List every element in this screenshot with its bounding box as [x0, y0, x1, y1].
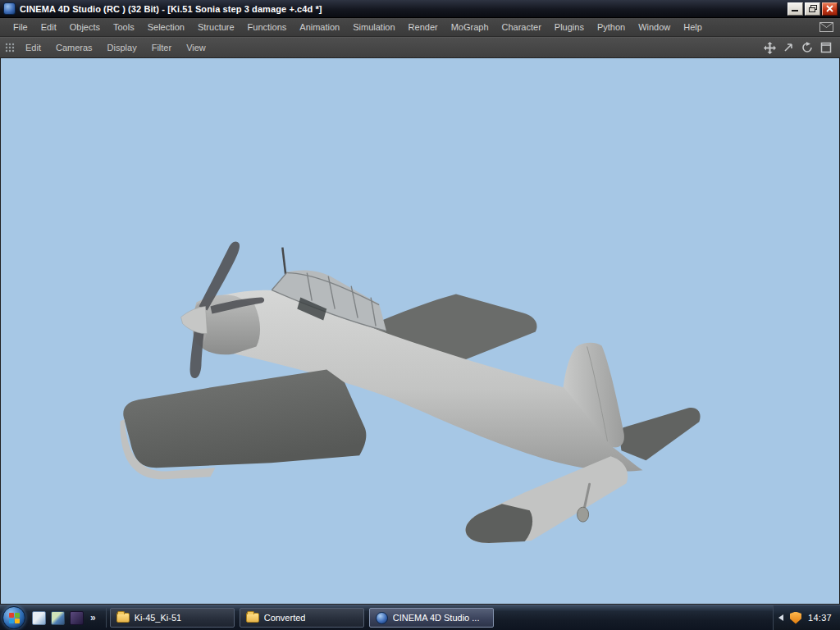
quick-launch-overflow[interactable]: »	[89, 612, 98, 623]
menu-item-tools[interactable]: Tools	[107, 18, 141, 36]
menu-item-window[interactable]: Window	[632, 18, 677, 36]
menu-item-simulation[interactable]: Simulation	[346, 18, 401, 36]
taskbar: » Ki-45_Ki-51 Converted CINEMA 4D Studio…	[0, 605, 840, 630]
menubar: File Edit Objects Tools Selection Struct…	[0, 18, 840, 37]
vp-menu-cameras[interactable]: Cameras	[48, 38, 100, 57]
layout-icon[interactable]	[819, 22, 833, 32]
airplane-model	[1, 58, 839, 604]
zoom-icon[interactable]	[782, 41, 795, 54]
taskbar-button-cinema4d[interactable]: CINEMA 4D Studio ...	[369, 608, 494, 628]
menu-item-plugins[interactable]: Plugins	[548, 18, 591, 36]
quick-launch: »	[30, 611, 103, 625]
security-tray-icon[interactable]	[790, 612, 801, 624]
minimize-icon	[792, 5, 799, 12]
windows-logo-icon	[9, 613, 20, 623]
task-label: CINEMA 4D Studio ...	[393, 613, 480, 623]
clock: 14:37	[808, 613, 832, 623]
menu-item-mograph[interactable]: MoGraph	[445, 18, 495, 36]
minimize-button[interactable]	[788, 2, 803, 16]
task-buttons: Ki-45_Ki-51 Converted CINEMA 4D Studio .…	[110, 608, 494, 628]
menu-item-selection[interactable]: Selection	[141, 18, 191, 36]
titlebar[interactable]: CINEMA 4D Studio (RC ) (32 Bit) - [Ki.51…	[0, 0, 840, 18]
menu-item-render[interactable]: Render	[402, 18, 445, 36]
task-label: Converted	[264, 613, 306, 623]
menu-item-file[interactable]: File	[7, 18, 34, 36]
rotate-icon[interactable]	[801, 41, 814, 54]
menu-item-edit[interactable]: Edit	[34, 18, 63, 36]
quick-launch-icon-1[interactable]	[32, 611, 46, 625]
restore-icon	[809, 5, 817, 12]
vp-menu-filter[interactable]: Filter	[144, 38, 179, 57]
quick-launch-icon-2[interactable]	[51, 611, 65, 625]
app-icon	[3, 2, 16, 15]
menu-item-character[interactable]: Character	[495, 18, 548, 36]
restore-button[interactable]	[805, 2, 820, 16]
grip-icon[interactable]	[5, 43, 15, 52]
vp-menu-edit[interactable]: Edit	[18, 38, 48, 57]
maximize-viewport-icon[interactable]	[819, 41, 833, 54]
cinema4d-window: CINEMA 4D Studio (RC ) (32 Bit) - [Ki.51…	[0, 0, 840, 605]
viewport-toolbar: Edit Cameras Display Filter View	[0, 37, 840, 58]
menu-item-animation[interactable]: Animation	[293, 18, 346, 36]
pan-icon[interactable]	[763, 41, 776, 54]
screen: CINEMA 4D Studio (RC ) (32 Bit) - [Ki.51…	[0, 0, 840, 630]
close-icon	[826, 5, 833, 12]
system-tray: 14:37	[773, 605, 840, 630]
menu-item-objects[interactable]: Objects	[63, 18, 107, 36]
menu-item-structure[interactable]: Structure	[191, 18, 241, 36]
taskbar-separator	[106, 608, 107, 628]
viewport[interactable]	[0, 58, 840, 605]
window-controls	[788, 2, 838, 16]
viewport-nav-tools	[763, 41, 835, 54]
menu-item-python[interactable]: Python	[591, 18, 632, 36]
vp-menu-view[interactable]: View	[179, 38, 213, 57]
show-hidden-icons-arrow[interactable]	[778, 614, 783, 621]
menu-item-functions[interactable]: Functions	[241, 18, 294, 36]
c4d-icon	[376, 612, 388, 624]
taskbar-button-ki45-ki51[interactable]: Ki-45_Ki-51	[110, 608, 235, 628]
folder-icon	[246, 613, 259, 623]
task-label: Ki-45_Ki-51	[135, 613, 181, 623]
vp-menu-display[interactable]: Display	[100, 38, 144, 57]
menu-item-help[interactable]: Help	[677, 18, 709, 36]
start-button[interactable]	[2, 606, 25, 629]
taskbar-button-converted[interactable]: Converted	[240, 608, 364, 628]
window-title: CINEMA 4D Studio (RC ) (32 Bit) - [Ki.51…	[20, 4, 783, 14]
folder-icon	[116, 613, 130, 623]
quick-launch-icon-3[interactable]	[70, 611, 84, 625]
close-button[interactable]	[822, 2, 838, 16]
